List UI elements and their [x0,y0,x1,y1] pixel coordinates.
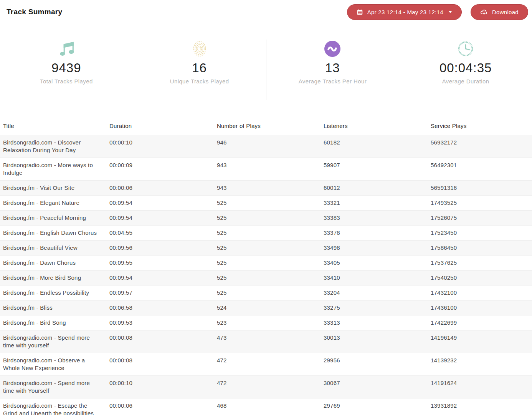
topbar-actions: Apr 23 12:14 - May 23 12:14 Download [347,4,528,20]
cell-listeners: 33321 [324,196,431,210]
cell-duration: 00:06:58 [109,300,217,315]
stat-label: Unique Tracks Played [133,78,266,85]
table-row[interactable]: Birdsong.fm - More Bird Song 00:09:54 52… [0,271,532,286]
tracks-table: Title Duration Number of Plays Listeners… [0,120,532,415]
cell-listeners: 29769 [324,398,431,413]
cell-number-of-plays: 525 [217,226,324,240]
cell-service-plays: 56591316 [431,181,532,195]
table-row[interactable]: Birdsongradio.com - Spend more time with… [0,376,532,398]
cell-number-of-plays: 525 [217,256,324,270]
calendar-icon [357,9,363,15]
stat-value: 16 [133,61,266,75]
cell-number-of-plays: 943 [217,181,324,195]
cell-title: Birdsong.fm - Bird Song [0,315,109,330]
table-row[interactable]: Birdsongradio.com - Observe a Whole New … [0,353,532,376]
topbar: Track Summary Apr 23 12:14 - May 23 12:1… [0,0,532,24]
cell-number-of-plays: 525 [217,196,324,210]
cell-service-plays: 17540250 [431,271,532,285]
cell-duration: 00:09:56 [109,241,217,255]
cell-service-plays: 17436100 [431,300,532,315]
table-row[interactable]: Birdsong.fm - Bird Song 00:09:53 523 333… [0,315,532,330]
cell-listeners: 59907 [324,158,431,173]
page-title: Track Summary [7,8,62,16]
stat-value: 13 [266,61,399,75]
stat-value: 9439 [0,61,133,75]
cell-listeners: 29956 [324,353,431,368]
cell-service-plays: 17526075 [431,211,532,225]
table-row[interactable]: Birdsong.fm - Dawn Chorus 00:09:55 525 3… [0,256,532,271]
stat-label: Average Tracks Per Hour [266,78,399,85]
wave-icon [266,40,399,58]
cell-duration: 00:09:54 [109,211,217,225]
cell-listeners: 33204 [324,286,431,300]
table-row[interactable]: Birdsong.fm - Bliss 00:06:58 524 33275 1… [0,300,532,315]
cloud-download-icon [480,8,488,15]
stat-avg-tracks-hour: 13 Average Tracks Per Hour [266,40,399,100]
download-button[interactable]: Download [471,4,528,20]
cell-listeners: 30013 [324,330,431,345]
cell-number-of-plays: 473 [217,330,324,345]
table-body: Birdsongradio.com - Discover Relaxation … [0,135,532,415]
cell-listeners: 33498 [324,241,431,255]
table-row[interactable]: Birdsong.fm - Elegant Nature 00:09:54 52… [0,196,532,211]
cell-duration: 00:00:09 [109,158,217,173]
cell-listeners: 30067 [324,376,431,390]
stat-label: Total Tracks Played [0,78,133,85]
table-row[interactable]: Birdsong.fm - Peaceful Morning 00:09:54 … [0,211,532,226]
music-note-icon [0,40,133,58]
cell-service-plays: 17586450 [431,241,532,255]
cell-duration: 00:09:54 [109,196,217,210]
chevron-down-icon [448,11,452,13]
cell-title: Birdsongradio.com - Spend more time with… [0,330,109,353]
cell-listeners: 33410 [324,271,431,285]
stat-label: Average Duration [399,78,532,85]
column-header-number-of-plays: Number of Plays [217,120,324,135]
table-row[interactable]: Birdsongradio.com - Escape the Grind and… [0,398,532,415]
column-header-title: Title [0,120,109,135]
table-row[interactable]: Birdsongradio.com - Spend more time with… [0,330,532,353]
table-row[interactable]: Birdsong.fm - Endless Possibility 00:09:… [0,286,532,300]
cell-title: Birdsongradio.com - Spend more time with… [0,376,109,398]
cell-title: Birdsong.fm - Bliss [0,300,109,315]
cell-duration: 00:09:57 [109,286,217,300]
cell-number-of-plays: 943 [217,158,324,173]
cell-listeners: 60012 [324,181,431,195]
column-header-service-plays: Service Plays [431,120,532,135]
cell-duration: 00:09:53 [109,315,217,330]
cell-duration: 00:00:10 [109,135,217,150]
stat-avg-duration: 00:04:35 Average Duration [399,40,532,100]
cell-number-of-plays: 525 [217,286,324,300]
cell-title: Birdsong.fm - Endless Possibility [0,286,109,300]
cell-number-of-plays: 525 [217,211,324,225]
stat-value: 00:04:35 [399,61,532,75]
cell-number-of-plays: 468 [217,398,324,413]
column-header-duration: Duration [109,120,217,135]
fingerprint-icon [133,40,266,58]
stats-row: 9439 Total Tracks Played 16 Unique Track… [0,24,532,100]
cell-duration: 00:00:08 [109,353,217,368]
cell-service-plays: 14191624 [431,376,532,390]
cell-duration: 00:00:06 [109,398,217,413]
cell-service-plays: 17422699 [431,315,532,330]
cell-number-of-plays: 472 [217,353,324,368]
cell-duration: 00:09:54 [109,271,217,285]
table-row[interactable]: Birdsongradio.com - More ways to Indulge… [0,158,532,181]
cell-duration: 00:04:55 [109,226,217,240]
cell-listeners: 33383 [324,211,431,225]
table-row[interactable]: Birdsongradio.com - Discover Relaxation … [0,135,532,158]
table-row[interactable]: Birdsong.fm - Beautiful View 00:09:56 52… [0,241,532,256]
date-range-label: Apr 23 12:14 - May 23 12:14 [367,9,443,15]
table-row[interactable]: Birdsong.fm - Visit Our Site 00:00:06 94… [0,181,532,196]
cell-service-plays: 14139232 [431,353,532,368]
cell-title: Birdsongradio.com - Observe a Whole New … [0,353,109,375]
cell-title: Birdsongradio.com - Escape the Grind and… [0,398,109,415]
cell-number-of-plays: 525 [217,241,324,255]
cell-listeners: 33313 [324,315,431,330]
date-range-button[interactable]: Apr 23 12:14 - May 23 12:14 [347,4,462,20]
table-row[interactable]: Birdsong.fm - English Dawn Chorus 00:04:… [0,226,532,241]
stat-unique-tracks: 16 Unique Tracks Played [133,40,266,100]
cell-title: Birdsongradio.com - Discover Relaxation … [0,135,109,158]
cell-service-plays: 17432100 [431,286,532,300]
cell-service-plays: 17537625 [431,256,532,270]
cell-duration: 00:09:55 [109,256,217,270]
